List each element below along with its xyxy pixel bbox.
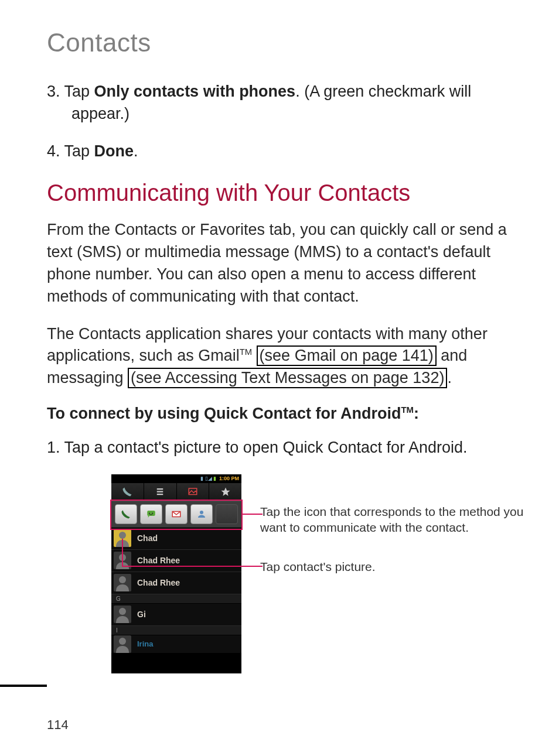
status-time: 1:00 PM [219,476,239,481]
tab-favorites[interactable] [209,483,241,501]
svg-point-5 [149,512,150,514]
step-3: 3. Tap Only contacts with phones. (A gre… [47,81,530,125]
step-4-post: . [134,142,138,160]
step-4: 4. Tap Done. [47,141,530,163]
callout-text-2: Tap contact's picture. [260,559,530,574]
trademark-tm: TM [240,347,252,357]
contact-row[interactable]: Chad Rhee [111,572,241,594]
step-4-pre: Tap [64,142,94,160]
contact-row[interactable]: Gi [111,604,241,626]
phone-icon [121,509,131,519]
section-letter-i: I [111,626,241,635]
trademark-tm-2: TM [401,405,414,415]
subhead-pre: To connect by using Quick Contact for An… [47,405,401,422]
cross-ref-messaging: (see Accessing Text Messages on page 132… [128,368,447,388]
contact-row[interactable]: Irina [111,635,241,653]
contact-name: Chad [137,533,158,543]
page-title: Contacts [47,28,530,57]
svg-rect-0 [157,488,163,490]
avatar[interactable] [114,606,131,623]
tab-dialer[interactable] [111,483,144,501]
section-heading: Communicating with Your Contacts [47,180,530,206]
step-3-num: 3. [47,83,60,100]
phone-screenshot: ▮ ▯◢ ▮ 1:00 PM [111,474,241,673]
list-icon [155,487,165,497]
callout-text-1: Tap the icon that corresponds to the met… [260,504,530,536]
status-bar: ▮ ▯◢ ▮ 1:00 PM [111,474,241,483]
svg-point-6 [152,512,153,514]
step-3-bold: Only contacts with phones [94,83,296,100]
contact-name: Irina [137,639,153,648]
step-1-num: 1. [47,439,60,456]
contact-name: Chad Rhee [137,578,180,587]
avatar[interactable] [114,574,131,591]
figure: ▮ ▯◢ ▮ 1:00 PM [47,474,530,673]
status-signal-icon: ▮ ▯◢ [200,476,212,481]
avatar[interactable] [114,552,131,569]
section-letter-g: G [111,594,241,604]
page-number: 114 [47,717,69,733]
qc-call-button[interactable] [115,504,137,524]
phone-icon [122,487,132,497]
quick-contact-bar [111,501,241,528]
cross-ref-gmail: (see Gmail on page 141) [257,345,437,366]
callout-line-1 [241,514,263,515]
qc-talk-button[interactable] [190,504,213,524]
qc-gmail-button[interactable] [165,504,188,524]
step-4-bold: Done [94,142,134,160]
subhead-post: : [414,405,419,422]
subheading: To connect by using Quick Contact for An… [47,405,530,423]
p2-end: . [447,369,452,386]
tab-groups[interactable] [177,483,210,501]
person-icon [196,509,207,519]
picture-icon [188,487,198,497]
paragraph-1: From the Contacts or Favorites tab, you … [47,219,530,307]
svg-point-7 [200,511,203,514]
gmail-icon [171,509,182,519]
svg-rect-4 [147,511,155,516]
svg-rect-2 [157,494,163,495]
step-3-pre: Tap [64,83,94,100]
qc-spacer [216,504,238,524]
paragraph-2: The Contacts application shares your con… [47,323,530,389]
step-1: 1. Tap a contact's picture to open Quick… [47,437,530,459]
p2-mid1 [252,347,257,364]
qc-sms-button[interactable] [140,504,162,524]
step-4-num: 4. [47,142,60,160]
contact-name: Chad Rhee [137,556,180,565]
star-icon [220,487,231,497]
step-1-text: Tap a contact's picture to open Quick Co… [64,439,468,456]
status-battery-icon: ▮ [213,476,216,481]
edge-tab [0,685,47,687]
contact-row[interactable]: Chad [111,528,241,550]
tab-contacts[interactable] [144,483,177,501]
avatar[interactable] [114,529,131,547]
contact-row[interactable]: Chad Rhee [111,550,241,572]
chat-icon [146,509,156,519]
contact-name: Gi [137,610,146,619]
svg-rect-1 [157,491,163,492]
avatar[interactable] [114,635,131,653]
